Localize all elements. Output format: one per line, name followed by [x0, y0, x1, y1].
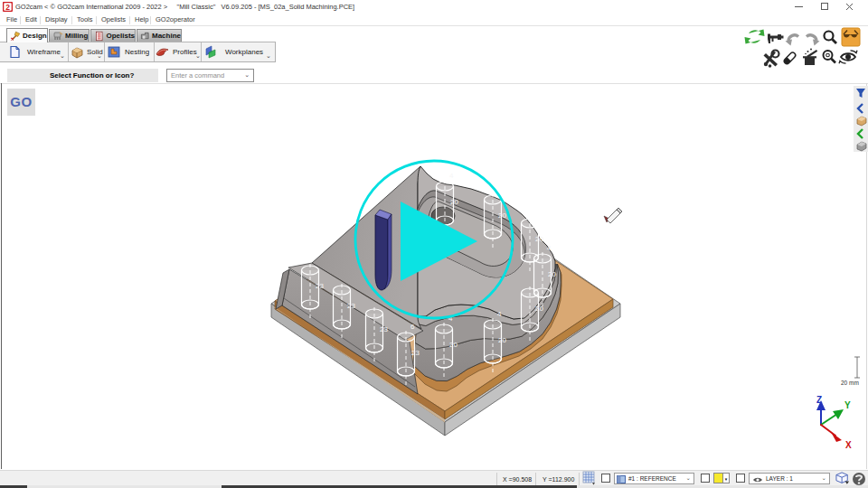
svg-text:20: 20 [498, 211, 506, 220]
svg-text:23: 23 [411, 349, 420, 357]
svg-text:6: 6 [410, 323, 415, 331]
svg-text:X: X [845, 440, 852, 450]
svg-text:4: 4 [547, 244, 552, 252]
svg-text:20: 20 [498, 336, 506, 344]
svg-text:20: 20 [535, 305, 543, 313]
svg-text:4: 4 [449, 172, 454, 180]
svg-text:Z: Z [816, 395, 822, 405]
svg-text:4: 4 [497, 310, 502, 318]
svg-text:23: 23 [316, 282, 324, 290]
svg-text:23: 23 [347, 302, 355, 310]
svg-text:20: 20 [548, 270, 556, 278]
svg-text:20: 20 [450, 198, 458, 206]
svg-text:23: 23 [380, 325, 388, 333]
svg-text:20 mm: 20 mm [841, 380, 859, 386]
svg-text:20: 20 [535, 235, 543, 243]
svg-text:20: 20 [449, 341, 458, 349]
svg-text:Y: Y [844, 400, 851, 410]
